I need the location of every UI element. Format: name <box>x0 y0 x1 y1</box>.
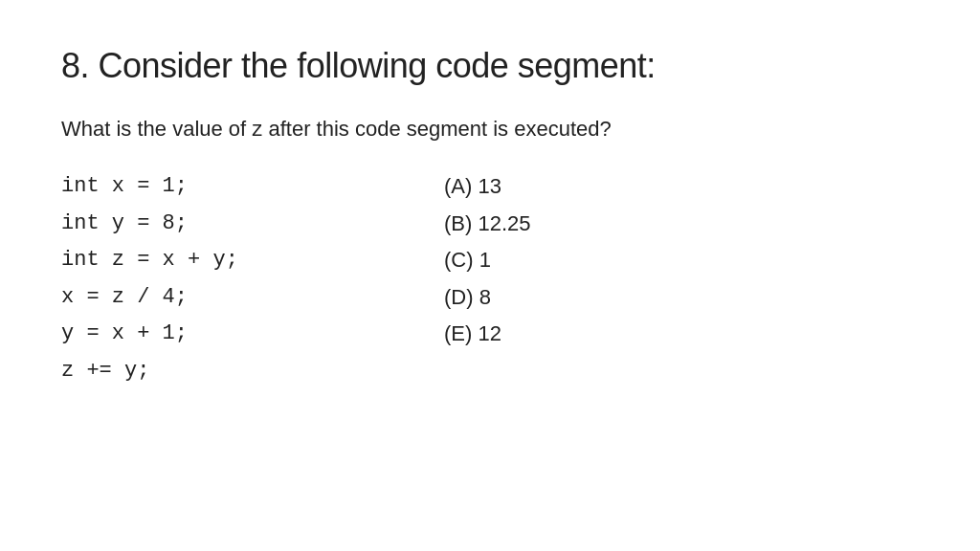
answer-b: (B) 12.25 <box>444 206 531 243</box>
code-line-5: y = x + 1; <box>61 316 368 353</box>
code-line-4: x = z / 4; <box>61 279 368 317</box>
code-line-6: z += y; <box>61 353 368 390</box>
answers-block: (A) 13 (B) 12.25 (C) 1 (D) 8 (E) 12 <box>444 168 531 505</box>
code-line-2: int y = 8; <box>61 206 368 243</box>
answer-d: (D) 8 <box>444 279 531 317</box>
slide: 8. Consider the following code segment: … <box>0 0 980 551</box>
answer-e: (E) 12 <box>444 316 531 353</box>
answer-a: (A) 13 <box>444 168 531 206</box>
content-area: int x = 1; int y = 8; int z = x + y; x =… <box>61 168 919 505</box>
code-line-3: int z = x + y; <box>61 242 368 279</box>
code-block: int x = 1; int y = 8; int z = x + y; x =… <box>61 168 368 505</box>
slide-title: 8. Consider the following code segment: <box>61 46 919 86</box>
code-line-1: int x = 1; <box>61 168 368 206</box>
question-text: What is the value of z after this code s… <box>61 117 919 142</box>
answer-c: (C) 1 <box>444 242 531 279</box>
